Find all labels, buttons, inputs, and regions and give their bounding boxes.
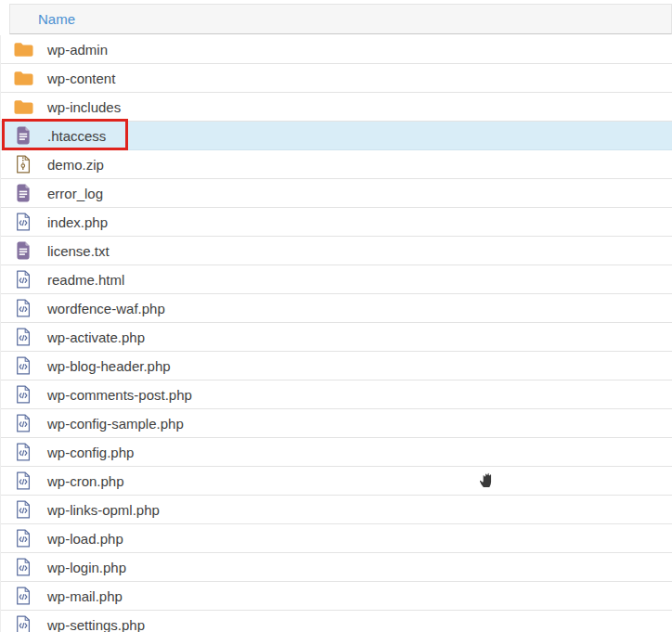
file-row[interactable]: wp-mail.php — [1, 582, 672, 611]
file-name-label: .htaccess — [47, 128, 106, 144]
file-row[interactable]: wp-comments-post.php — [1, 380, 672, 409]
file-name-label: license.txt — [47, 243, 110, 259]
zip-file-icon — [13, 155, 33, 174]
file-name-label: wp-blog-header.php — [47, 358, 171, 374]
file-name-label: wp-settings.php — [47, 617, 145, 632]
text-file-icon — [13, 241, 33, 260]
file-name-label: error_log — [47, 186, 103, 201]
file-manager-window: Name wp-admin wp-content wp-includes .ht… — [0, 0, 672, 632]
file-row[interactable]: wp-includes — [1, 93, 672, 122]
text-file-icon — [13, 184, 33, 202]
file-row[interactable]: wp-content — [1, 64, 672, 93]
file-row[interactable]: wp-settings.php — [1, 611, 672, 632]
file-row[interactable]: error_log — [1, 179, 672, 208]
code-file-icon — [13, 385, 33, 404]
file-name-label: wp-cron.php — [47, 473, 124, 489]
file-row[interactable]: wp-config-sample.php — [1, 409, 672, 438]
file-row[interactable]: wp-config.php — [1, 438, 672, 467]
file-name-label: wp-config-sample.php — [47, 416, 184, 432]
file-row[interactable]: wordfence-waf.php — [1, 294, 672, 323]
folder-icon — [13, 42, 33, 58]
code-file-icon — [13, 328, 33, 346]
file-name-label: wp-login.php — [47, 560, 126, 575]
code-file-icon — [13, 213, 33, 231]
code-file-icon — [13, 558, 33, 576]
code-file-icon — [13, 443, 33, 461]
text-file-icon — [13, 126, 33, 145]
file-name-label: wp-admin — [47, 42, 108, 58]
file-row[interactable]: index.php — [1, 208, 672, 237]
name-column-label: Name — [38, 11, 75, 27]
file-row[interactable]: wp-admin — [1, 35, 672, 64]
file-name-label: index.php — [47, 214, 108, 230]
file-name-label: wp-activate.php — [47, 329, 145, 345]
file-row[interactable]: license.txt — [1, 237, 672, 265]
file-row[interactable]: readme.html — [1, 265, 672, 294]
file-list: wp-admin wp-content wp-includes .htacces… — [0, 35, 672, 632]
file-row[interactable]: wp-activate.php — [1, 323, 672, 352]
file-name-label: wp-includes — [47, 99, 121, 115]
file-name-label: wp-comments-post.php — [47, 387, 192, 403]
file-name-label: wp-links-opml.php — [47, 502, 160, 518]
code-file-icon — [13, 471, 33, 490]
code-file-icon — [13, 615, 33, 632]
table-header: Name — [9, 4, 672, 34]
code-file-icon — [13, 587, 33, 605]
file-row[interactable]: wp-load.php — [1, 524, 672, 553]
file-name-label: readme.html — [47, 272, 124, 288]
code-file-icon — [13, 356, 33, 375]
file-name-label: wp-config.php — [47, 445, 134, 460]
name-column-header[interactable]: Name — [10, 5, 671, 33]
file-name-label: wp-load.php — [47, 531, 123, 547]
file-row[interactable]: wp-links-opml.php — [1, 496, 672, 524]
file-row[interactable]: demo.zip — [1, 150, 672, 179]
file-name-label: wp-mail.php — [47, 588, 123, 604]
file-name-label: wp-content — [47, 71, 115, 86]
code-file-icon — [13, 414, 33, 432]
folder-icon — [13, 71, 33, 86]
file-row[interactable]: wp-login.php — [1, 553, 672, 582]
file-row[interactable]: wp-blog-header.php — [1, 352, 672, 380]
code-file-icon — [13, 529, 33, 548]
code-file-icon — [13, 299, 33, 317]
folder-icon — [13, 99, 33, 115]
file-row[interactable]: .htaccess — [1, 122, 672, 150]
code-file-icon — [13, 500, 33, 519]
file-name-label: demo.zip — [47, 157, 104, 173]
code-file-icon — [13, 270, 33, 289]
file-name-label: wordfence-waf.php — [47, 301, 165, 316]
file-row[interactable]: wp-cron.php — [1, 467, 672, 496]
